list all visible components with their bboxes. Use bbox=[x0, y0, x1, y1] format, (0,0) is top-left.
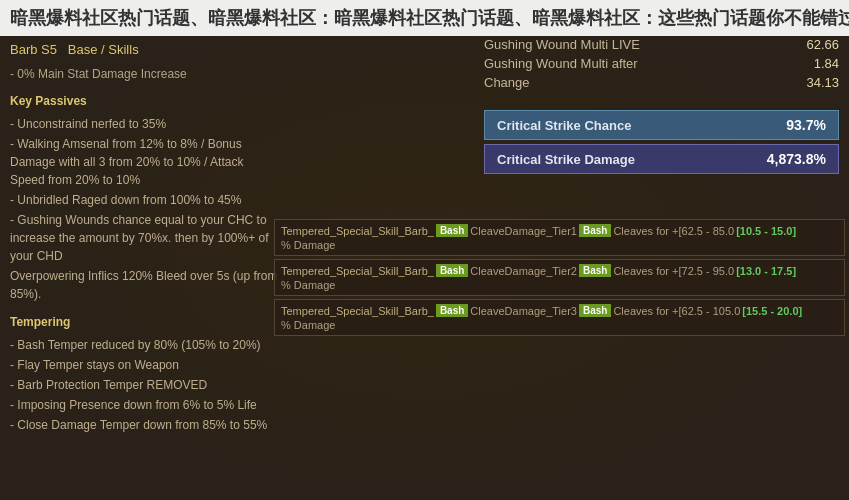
tempering-header: Tempering bbox=[10, 313, 280, 332]
skill-name-0: Tempered_Special_Skill_Barb_ bbox=[281, 225, 434, 237]
change-row: Change 34.13 bbox=[484, 73, 839, 92]
banner-text: 暗黑爆料社区热门话题、暗黑爆料社区：这些热门话题你不能错过 bbox=[334, 8, 849, 28]
tempering-section: Tempering - Bash Temper reduced by 80% (… bbox=[10, 313, 280, 434]
crit-damage-label: Critical Strike Damage bbox=[497, 152, 635, 167]
skill-suffix-0: CleaveDamage_Tier1 bbox=[470, 225, 577, 237]
gushing-live-value: 62.66 bbox=[806, 37, 839, 52]
crit-chance-label: Critical Strike Chance bbox=[497, 118, 631, 133]
skill-end-0: % Damage bbox=[281, 239, 335, 251]
tempered-row-2: Tempered_Special_Skill_Barb_ Bash Cleave… bbox=[274, 299, 845, 336]
passive-line-1: - Walking Amsenal from 12% to 8% / Bonus… bbox=[10, 135, 280, 189]
skill-name-1: Tempered_Special_Skill_Barb_ bbox=[281, 265, 434, 277]
gushing-after-value: 1.84 bbox=[814, 56, 839, 71]
tempered-skills: Tempered_Special_Skill_Barb_ Bash Cleave… bbox=[270, 215, 849, 343]
skill-desc-2: Cleaves for +[62.5 - 105.0 bbox=[613, 305, 740, 317]
left-panel: Barb S5 Base / Skills - 0% Main Stat Dam… bbox=[0, 32, 290, 444]
main-stat-line: - 0% Main Stat Damage Increase bbox=[10, 65, 280, 84]
gushing-live-label: Gushing Wound Multi LIVE bbox=[484, 37, 640, 52]
right-stats: Gushing Wound Multi LIVE 62.66 Gushing W… bbox=[484, 35, 839, 92]
tempered-row-1: Tempered_Special_Skill_Barb_ Bash Cleave… bbox=[274, 259, 845, 296]
skill-desc-1: Cleaves for +[72.5 - 95.0 bbox=[613, 265, 734, 277]
gushing-after-label: Gushing Wound Multi after bbox=[484, 56, 638, 71]
skill-range-1: [13.0 - 17.5] bbox=[736, 265, 796, 277]
tempered-row-0: Tempered_Special_Skill_Barb_ Bash Cleave… bbox=[274, 219, 845, 256]
skill-end-1: % Damage bbox=[281, 279, 335, 291]
passive-line-4: Overpowering Inflics 120% Bleed over 5s … bbox=[10, 267, 280, 303]
top-banner: 暗黑爆料社区热门话题、暗黑爆料社区：暗黑爆料社区热门话题、暗黑爆料社区：这些热门… bbox=[0, 0, 849, 36]
tempering-line-3: - Imposing Presence down from 6% to 5% L… bbox=[10, 396, 280, 414]
skill-end-2: % Damage bbox=[281, 319, 335, 331]
gushing-live-row: Gushing Wound Multi LIVE 62.66 bbox=[484, 35, 839, 54]
barb-label: Barb S5 bbox=[10, 42, 57, 57]
skill-suffix-1: CleaveDamage_Tier2 bbox=[470, 265, 577, 277]
passive-line-3: - Gushing Wounds chance equal to your CH… bbox=[10, 211, 280, 265]
skill-desc-0: Cleaves for +[62.5 - 85.0 bbox=[613, 225, 734, 237]
main-content: 暗黑爆料社区热门话题、暗黑爆料社区：暗黑爆料社区热门话题、暗黑爆料社区：这些热门… bbox=[0, 0, 849, 500]
bash-badge-2a: Bash bbox=[436, 304, 468, 317]
bash-badge-1b: Bash bbox=[579, 264, 611, 277]
skill-range-0: [10.5 - 15.0] bbox=[736, 225, 796, 237]
tempering-line-1: - Flay Temper stays on Weapon bbox=[10, 356, 280, 374]
crit-damage-box: Critical Strike Damage 4,873.8% bbox=[484, 144, 839, 174]
bash-badge-0a: Bash bbox=[436, 224, 468, 237]
bash-badge-1a: Bash bbox=[436, 264, 468, 277]
tempering-line-2: - Barb Protection Temper REMOVED bbox=[10, 376, 280, 394]
change-label: Change bbox=[484, 75, 530, 90]
skill-range-2: [15.5 - 20.0] bbox=[742, 305, 802, 317]
tempering-line-4: - Close Damage Temper down from 85% to 5… bbox=[10, 416, 280, 434]
change-value: 34.13 bbox=[806, 75, 839, 90]
tab-label: Base / Skills bbox=[68, 42, 139, 57]
passive-line-0: - Unconstraind nerfed to 35% bbox=[10, 115, 280, 133]
gushing-after-row: Gushing Wound Multi after 1.84 bbox=[484, 54, 839, 73]
crit-boxes: Critical Strike Chance 93.7% Critical St… bbox=[484, 110, 839, 178]
passive-line-2: - Unbridled Raged down from 100% to 45% bbox=[10, 191, 280, 209]
skill-name-2: Tempered_Special_Skill_Barb_ bbox=[281, 305, 434, 317]
crit-damage-value: 4,873.8% bbox=[767, 151, 826, 167]
crit-chance-value: 93.7% bbox=[786, 117, 826, 133]
banner-prefix: 暗黑爆料社区热门话题、暗黑爆料社区： bbox=[10, 8, 334, 28]
bash-badge-2b: Bash bbox=[579, 304, 611, 317]
bash-badge-0b: Bash bbox=[579, 224, 611, 237]
tempering-line-0: - Bash Temper reduced by 80% (105% to 20… bbox=[10, 336, 280, 354]
skill-suffix-2: CleaveDamage_Tier3 bbox=[470, 305, 577, 317]
crit-chance-box: Critical Strike Chance 93.7% bbox=[484, 110, 839, 140]
key-passives-header: Key Passives bbox=[10, 92, 280, 111]
barb-header: Barb S5 Base / Skills bbox=[10, 40, 280, 61]
